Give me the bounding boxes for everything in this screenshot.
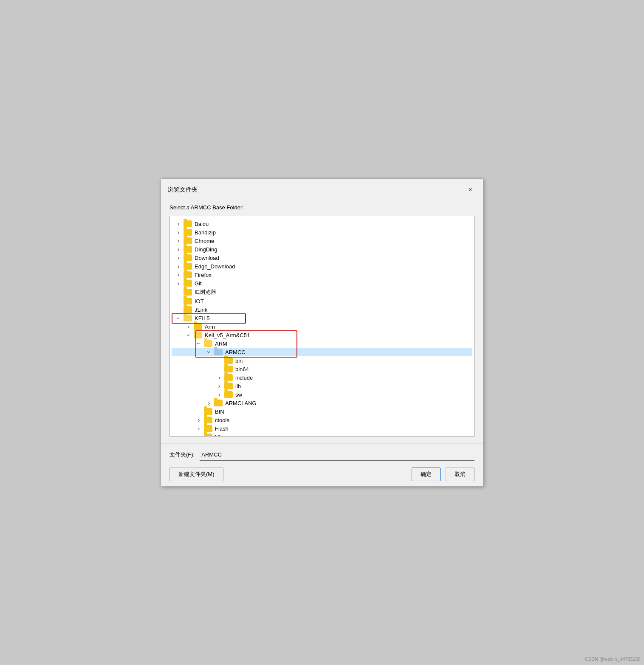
folder-icon	[184, 237, 192, 244]
tree-item-hlp[interactable]: Hlp	[172, 433, 472, 437]
chevron-icon[interactable]	[185, 323, 192, 330]
folder-icon	[204, 434, 212, 437]
tree-item-ie[interactable]: IE浏览器	[172, 287, 472, 297]
folder-tree[interactable]: BaiduBandizipChromeDingDingDownloadEdge_…	[169, 216, 475, 437]
chevron-icon[interactable]	[195, 340, 202, 347]
folder-icon	[224, 391, 233, 398]
chevron-icon[interactable]	[175, 229, 182, 236]
tree-item-label: IOT	[194, 298, 204, 304]
chevron-icon[interactable]	[195, 417, 202, 423]
tree-item-label: Baidu	[194, 221, 209, 227]
confirm-cancel-group: 确定 取消	[412, 468, 475, 481]
chevron-icon[interactable]	[216, 383, 223, 389]
confirm-button[interactable]: 确定	[412, 468, 441, 481]
tree-item-include[interactable]: include	[172, 373, 472, 382]
close-button[interactable]: ×	[464, 184, 476, 196]
tree-item-label: Flash	[214, 425, 229, 432]
chevron-icon[interactable]	[175, 280, 182, 287]
tree-item-flash[interactable]: Flash	[172, 424, 472, 433]
folder-icon	[184, 263, 192, 270]
folder-icon	[184, 306, 192, 313]
tree-item-label: IE浏览器	[194, 288, 216, 296]
chevron-icon[interactable]	[175, 263, 182, 270]
folder-icon	[184, 315, 192, 321]
tree-item-armclang[interactable]: ARMCLANG	[172, 399, 472, 407]
chevron-icon[interactable]	[175, 254, 182, 261]
tree-item-bin_keil[interactable]: BIN	[172, 407, 472, 416]
folder-icon	[214, 400, 223, 406]
tree-item-armcc[interactable]: ARMCC	[172, 348, 472, 356]
chevron-icon[interactable]	[175, 237, 182, 244]
watermark: CSDN @weixin_44785258	[585, 657, 641, 662]
tree-item-label: Edge_Download	[194, 263, 235, 270]
folder-icon	[224, 357, 233, 364]
chevron-icon[interactable]	[175, 315, 182, 321]
folder-icon	[184, 229, 192, 236]
folder-icon	[184, 254, 192, 261]
folder-icon	[204, 408, 212, 415]
tree-item-keil5_arm[interactable]: Arm	[172, 322, 472, 331]
folder-icon	[214, 349, 223, 355]
chevron-icon[interactable]	[206, 400, 212, 406]
title-bar: 浏览文件夹 ×	[161, 179, 483, 199]
tree-item-label: Download	[194, 255, 219, 261]
tree-item-label: ctools	[214, 417, 229, 423]
tree-item-label: bin	[234, 358, 243, 364]
tree-item-edge_download[interactable]: Edge_Download	[172, 262, 472, 271]
folder-icon	[194, 323, 202, 330]
chevron-icon[interactable]	[175, 246, 182, 253]
folder-icon	[184, 246, 192, 253]
tree-item-firefox[interactable]: Firefox	[172, 271, 472, 279]
dialog-title: 浏览文件夹	[168, 186, 198, 194]
tree-item-bandizip[interactable]: Bandizip	[172, 228, 472, 237]
chevron-icon[interactable]	[216, 391, 223, 398]
tree-item-label: Git	[194, 280, 202, 287]
tree-item-bin64[interactable]: bin64	[172, 365, 472, 373]
folder-icon	[224, 374, 233, 381]
tree-item-chrome[interactable]: Chrome	[172, 237, 472, 245]
tree-item-git[interactable]: Git	[172, 279, 472, 287]
tree-item-label: sw	[234, 392, 242, 398]
tree-item-label: ARM	[214, 341, 227, 347]
folder-icon	[184, 298, 192, 304]
tree-item-label: Keil_v5_Arm&C51	[204, 332, 250, 338]
tree-item-label: Chrome	[194, 238, 214, 244]
button-row: 新建文件夹(M) 确定 取消	[169, 468, 475, 481]
chevron-icon[interactable]	[195, 425, 202, 432]
tree-item-label: BIN	[214, 409, 224, 415]
chevron-icon[interactable]	[216, 374, 223, 381]
chevron-icon[interactable]	[206, 349, 212, 355]
tree-item-arm[interactable]: ARM	[172, 339, 472, 348]
dialog-subtitle: Select a ARMCC Base Folder:	[169, 204, 475, 211]
new-folder-button[interactable]: 新建文件夹(M)	[169, 468, 223, 481]
tree-item-label: Firefox	[194, 272, 212, 278]
tree-item-ctools[interactable]: ctools	[172, 416, 472, 424]
tree-item-keil5[interactable]: KEIL5	[172, 314, 472, 322]
tree-item-baidu[interactable]: Baidu	[172, 220, 472, 228]
folder-label: 文件夹(F):	[169, 451, 195, 459]
tree-item-lib[interactable]: lib	[172, 382, 472, 390]
folder-icon	[204, 425, 212, 432]
tree-item-label: DingDing	[194, 246, 217, 253]
tree-item-iot[interactable]: IOT	[172, 297, 472, 305]
tree-item-download[interactable]: Download	[172, 254, 472, 262]
chevron-icon[interactable]	[185, 332, 192, 338]
tree-item-label: KEIL5	[194, 315, 209, 321]
folder-icon	[224, 383, 233, 389]
folder-icon	[184, 289, 192, 296]
tree-item-keil_v5[interactable]: Keil_v5_Arm&C51	[172, 331, 472, 339]
tree-item-bin[interactable]: bin	[172, 356, 472, 365]
tree-item-label: ARMCLANG	[224, 400, 257, 406]
tree-item-jlink[interactable]: JLink	[172, 305, 472, 314]
tree-item-label: JLink	[194, 307, 207, 313]
folder-icon	[184, 280, 192, 287]
chevron-icon[interactable]	[175, 220, 182, 227]
cancel-button[interactable]: 取消	[446, 468, 475, 481]
tree-item-dingding[interactable]: DingDing	[172, 245, 472, 254]
chevron-icon[interactable]	[175, 271, 182, 278]
dialog-footer: 文件夹(F): 新建文件夹(M) 确定 取消	[161, 443, 483, 486]
folder-input[interactable]	[200, 449, 475, 461]
tree-item-sw[interactable]: sw	[172, 390, 472, 399]
folder-icon	[184, 271, 192, 278]
tree-wrapper: BaiduBandizipChromeDingDingDownloadEdge_…	[169, 216, 475, 437]
